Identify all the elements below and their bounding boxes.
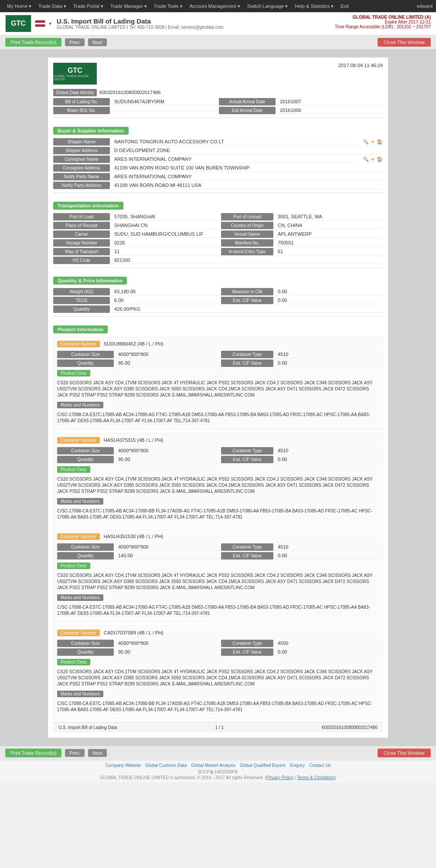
hs-code-label: HS Code [53,257,110,264]
nav-my-home[interactable]: My Home ▾ [3,0,35,12]
nav-switch-language[interactable]: Switch Language ▾ [244,0,291,12]
main-wrapper: GTC GLOBAL TRADE ONLINE LIMITED 2017-08-… [0,50,436,746]
bol-no-value: SUDUN5467A2BY5RM [112,98,217,105]
container-1-num-value: SUDU8880452 (4B / L / PH) [104,341,164,346]
c2-cif-value: 0.00 [275,456,379,463]
shipper-name-label: Shipper Name [53,138,110,146]
footer-link-enquiry[interactable]: Enquiry [290,763,305,768]
nav-trade-data[interactable]: Trade Data ▾ [35,0,70,12]
footer-link-customs-data[interactable]: Global Customs Data [145,763,187,768]
home-icon[interactable]: 🏠 [377,139,383,145]
print-button[interactable]: Print Trade Record(s) [5,38,61,47]
teus-row: TEUS 6.00 Esti. CIF Value 0.00 [53,297,383,304]
print-button-bottom[interactable]: Print Trade Record(s) [5,749,61,757]
place-of-receipt-value: SHANGHAI CN [112,222,219,229]
container-3-size-row: Container Size 4000*900*800 Container Ty… [57,543,379,551]
nav-trade-tools[interactable]: Trade Tools ▾ [150,0,186,12]
close-button-top[interactable]: Close This Window [378,38,431,47]
page-header: GTC ▾ U.S. Import Bill of Lading Data GL… [0,12,436,35]
c3-size-label: Container Size [57,543,114,551]
teus-value: 6.00 [112,297,219,304]
header-contact: GLOBAL TRADE ONLINE LIMITED | Tel: 400-7… [57,25,224,30]
prev-button-bottom[interactable]: Prev. [65,749,85,757]
doc-datetime: 2017-08-04 11:46:24 [338,63,383,68]
footer-privacy-policy[interactable]: Privacy Policy [266,775,293,780]
c1-product-desc: CS20 SCISSORS JACK ASY CD4.1TVM SCISSORS… [57,380,379,398]
carrier-value: SUDU, SUD HAMBURG/COLUMBUS LIF [112,231,219,238]
doc-logo: GTC GLOBAL TRADE ONLINE LIMITED [53,63,97,85]
star-icon[interactable]: ★ [371,139,375,145]
voyage-row: Voyage Number 022E Manifest No. 750551 [53,239,383,247]
footer-link-contact-us[interactable]: Contact Us [309,763,330,768]
global-trade-label: GLOBAL TRADE ONLINE LIMITED (A) [335,15,431,20]
c2-desc-label-row: Product Desc [57,465,379,475]
c1-product-desc-label: Product Desc [57,370,90,376]
c4-qty-value: 95.00 [116,648,219,656]
container-4-size-row: Container Size 4000*900*800 Container Ty… [57,640,379,647]
c4-cif-value: 0.00 [275,648,379,656]
prev-button[interactable]: Prev. [65,38,85,46]
nav-trade-manager[interactable]: Trade Manager ▾ [107,0,150,12]
c4-type-label: Container Type [221,640,273,647]
flag-icon [35,20,45,27]
c4-marks-label: Marks and Numbers [57,691,103,697]
next-button[interactable]: Next [88,38,107,46]
c4-qty-label: Quantity [57,648,114,656]
next-button-bottom[interactable]: Next [88,749,107,757]
logo-area: GTC ▾ [5,15,51,32]
c2-cif-label: Esti. CIF Value [221,456,273,463]
mater-bol-label: Mater BOL No. [53,107,110,114]
buyer-supplier-section: Buyer & Supplier Information Shipper Nam… [53,122,383,189]
home-icon-2[interactable]: 🏠 [377,156,383,162]
notify-party-name-value: ARES INTERNATIONAL COMPANY [112,173,383,180]
c3-marks: C/SC-17088-CA ES7C-17085-AB AC34-17080-A… [57,604,379,617]
nav-account-management[interactable]: Account Management ▾ [186,0,244,12]
measure-cm-value: 0.00 [275,288,383,295]
place-receipt-row: Place of Receipt SHANGHAI CN Country of … [53,222,383,229]
close-button-bottom[interactable]: Close This Window [378,749,431,757]
header-title-area: U.S. Import Bill of Lading Data GLOBAL T… [57,17,224,30]
star-icon-2[interactable]: ★ [371,156,375,162]
container-3-num-row: Container Number HASU4351530 (4B / L / P… [57,533,379,542]
inbond-entry-value: 61 [275,248,383,255]
expire-label: Expire After 2017-12-31 [335,20,431,24]
way-of-transport-value: 11 [112,248,219,255]
c1-type-value: 4510 [275,351,379,358]
icp-number: 苏ICP备14033309号 [5,769,431,775]
product-header: Product Information [53,326,108,333]
footer-link-qualified-buyers[interactable]: Global Qualified Buyers [240,763,286,768]
copyright: GLOBAL TRADE ONLINE LIMITED is authorize… [5,775,431,780]
footer-link-market-analysis[interactable]: Global Market Analysis [191,763,235,768]
nav-exit[interactable]: Exit [337,0,352,12]
consignee-icons: 🔍 ★ 🏠 [363,156,383,162]
container-block-3: Container Number HASU4351530 (4B / L / P… [53,529,383,622]
container-1-qty-row: Quantity 95.00 Esti. CIF Value 0.00 [57,359,379,367]
notify-party-address-value: 41199 VAN BORN ROAD MI 48111 USA [112,182,383,189]
shipper-address-label: Shipper Address [53,147,110,154]
c2-size-value: 4000*900*800 [116,447,219,454]
nav-trade-portal[interactable]: Trade Portal ▾ [70,0,107,12]
mater-bol-value [112,109,217,112]
place-of-receipt-label: Place of Receipt [53,222,110,229]
inbond-entry-label: In-bond Entry Type [221,248,273,255]
c4-product-desc-label: Product Desc [57,659,90,665]
transport-row: Way of Transport 11 In-bond Entry Type 6… [53,248,383,255]
weight-value: 63,180.00 [112,288,219,295]
teus-label: TEUS [53,297,110,304]
container-3-qty-row: Quantity 140.00 Esti. CIF Value 0.00 [57,552,379,559]
footer-terms[interactable]: Terms & Conditions [297,775,335,780]
c1-cif-value: 0.00 [275,359,379,367]
manifest-no-value: 750551 [275,239,383,247]
c1-qty-value: 95.00 [116,359,219,367]
shipper-icons: 🔍 ★ 🏠 [363,139,383,145]
consignee-name-row: Consignee Name ARES INTERNATIONAL COMPAN… [53,156,383,163]
footer-link-company-website[interactable]: Company Website [106,763,141,768]
c3-cif-label: Esti. CIF Value [221,552,273,559]
c2-product-desc-label: Product Desc [57,466,90,473]
search-icon-2[interactable]: 🔍 [363,156,369,162]
nav-help-statistics[interactable]: Help & Statistics ▾ [291,0,337,12]
country-of-origin-label: Country of Origin [221,222,273,229]
search-icon[interactable]: 🔍 [363,139,369,145]
hs-code-value: 821300 [112,257,383,264]
c2-marks: C/SC-17088-CA ES7C-17085-AB AC34-17080-B… [57,508,379,520]
